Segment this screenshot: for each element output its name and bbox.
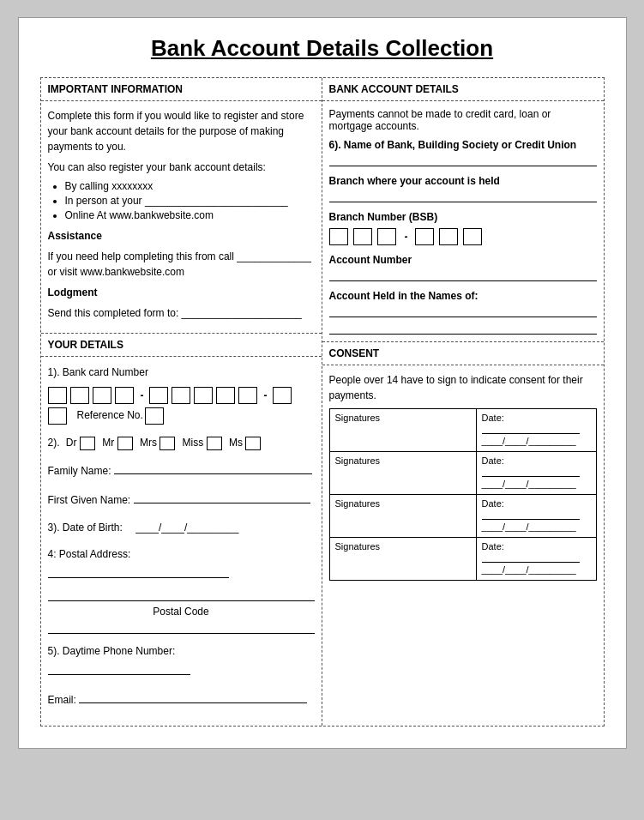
first-name-field[interactable] [134, 491, 310, 503]
sig-cell-4[interactable]: Signatures [329, 538, 476, 581]
bsb-box-6[interactable] [463, 228, 482, 245]
date-format-1: ____/____/_________ [482, 436, 591, 446]
bullet-3: Online At www.bankwebsite.com [65, 209, 315, 221]
family-name-row: Family Name: [48, 461, 315, 481]
dob-label: 3). Date of Birth: [48, 522, 123, 534]
important-text-1: Complete this form if you would like to … [48, 108, 315, 154]
account-held-field[interactable] [329, 305, 597, 317]
page-title: Bank Account Details Collection [40, 35, 605, 62]
card-box-5[interactable] [149, 387, 168, 404]
sig-label-3: Signatures [335, 498, 381, 509]
date-line-3 [482, 519, 580, 520]
date-cell-4: Date: ____/____/_________ [476, 538, 596, 581]
account-held-label: Account Held in the Names of: [329, 290, 597, 302]
sig-label-4: Signatures [335, 541, 381, 552]
bsb-box-1[interactable] [329, 228, 348, 245]
phone-label: 5). Daytime Phone Number: [48, 645, 176, 657]
postal-address-label: 4: Postal Address: [48, 548, 131, 560]
mr-box[interactable] [117, 437, 133, 450]
signature-table: Signatures Date: ____/____/_________ Sig… [329, 408, 597, 581]
postal-address-field[interactable] [48, 566, 229, 578]
bullet-1: By calling xxxxxxxx [65, 180, 315, 192]
sig-cell-2[interactable]: Signatures [329, 452, 476, 495]
mrs-box[interactable] [159, 437, 175, 450]
email-label: Email: [48, 694, 76, 706]
card-box-8[interactable] [216, 387, 235, 404]
bsb-label: Branch Number (BSB) [329, 211, 597, 223]
reference-box[interactable] [145, 407, 164, 425]
phone-field[interactable] [48, 663, 190, 675]
important-body: Complete this form if you would like to … [41, 101, 322, 333]
card-box-10[interactable] [273, 387, 292, 404]
miss-box[interactable] [207, 437, 222, 450]
card-box-4[interactable] [115, 387, 134, 404]
lodgment-heading: Lodgment [48, 285, 315, 300]
date-format-4: ____/____/_________ [482, 564, 591, 575]
postal-address-row: 4: Postal Address: Postal Code [48, 546, 315, 634]
signature-row-2: Signatures Date: ____/____/_________ [329, 452, 596, 495]
signature-row-4: Signatures Date: ____/____/_________ [329, 538, 596, 581]
title-prefix: 2). [48, 437, 60, 449]
card-box-3[interactable] [93, 387, 111, 404]
form-page: Bank Account Details Collection IMPORTAN… [18, 17, 627, 749]
email-field[interactable] [79, 691, 307, 703]
date-label-1: Date: [482, 413, 591, 423]
branch-label: Branch where your account is held [329, 175, 597, 187]
your-details-header: YOUR DETAILS [41, 333, 322, 357]
bullet-list: By calling xxxxxxxx In person at your __… [65, 180, 315, 221]
assistance-text: If you need help completing this from ca… [48, 249, 315, 280]
bank-account-body: Payments cannot be made to credit card, … [322, 101, 604, 341]
phone-row: 5). Daytime Phone Number: [48, 642, 315, 681]
miss-label: Miss [183, 437, 204, 449]
consent-header: CONSENT [322, 341, 604, 365]
email-row: Email: [48, 690, 315, 710]
first-name-row: First Given Name: [48, 490, 315, 510]
card-box-9[interactable] [238, 387, 257, 404]
card-box-6[interactable] [172, 387, 190, 404]
signature-row-1: Signatures Date: ____/____/_________ [329, 409, 596, 452]
date-format-3: ____/____/_________ [482, 522, 591, 532]
sig-cell-3[interactable]: Signatures [329, 495, 476, 538]
ms-box[interactable] [245, 437, 261, 450]
consent-body: People over 14 have to sign to indicate … [322, 365, 604, 584]
date-label-3: Date: [482, 498, 591, 509]
bank-name-field[interactable] [329, 154, 597, 166]
title-row: 2). Dr Mr Mrs Miss Ms [48, 434, 315, 453]
left-column: IMPORTANT INFORMATION Complete this form… [41, 78, 322, 726]
postal-address-line2[interactable] [48, 589, 315, 601]
date-line-2 [482, 476, 580, 477]
dob-field: ____/____/_________ [135, 522, 238, 534]
bank-card-label: 1). Bank card Number [48, 364, 315, 383]
date-line-4 [482, 562, 580, 563]
main-grid: IMPORTANT INFORMATION Complete this form… [40, 77, 605, 727]
card-box-7[interactable] [194, 387, 213, 404]
date-cell-3: Date: ____/____/_________ [476, 495, 596, 538]
bsb-box-2[interactable] [353, 228, 372, 245]
assistance-heading: Assistance [48, 228, 315, 244]
card-box-1[interactable] [48, 387, 67, 404]
postal-code-underline[interactable] [48, 622, 315, 634]
family-name-field[interactable] [114, 462, 312, 474]
bsb-box-4[interactable] [415, 228, 434, 245]
dob-row: 3). Date of Birth: ____/____/_________ [48, 519, 315, 538]
postal-code-label: Postal Code [153, 606, 208, 618]
bsb-box-5[interactable] [439, 228, 458, 245]
reference-label: Reference No. [77, 407, 143, 425]
sig-cell-1[interactable]: Signatures [329, 409, 476, 452]
consent-text: People over 14 have to sign to indicate … [329, 372, 597, 403]
bank-card-row: 1). Bank card Number - - [48, 364, 315, 425]
card-box-2[interactable] [70, 387, 89, 404]
branch-field[interactable] [329, 190, 597, 202]
account-number-label: Account Number [329, 254, 597, 266]
right-column: BANK ACCOUNT DETAILS Payments cannot be … [322, 78, 604, 726]
important-text-2: You can also register your bank account … [48, 160, 315, 175]
first-name-label: First Given Name: [48, 494, 131, 506]
account-held-field-2[interactable] [329, 323, 597, 335]
bullet-2: In person at your ______________________… [65, 195, 315, 207]
date-label-4: Date: [482, 541, 591, 552]
card-box-11[interactable] [48, 407, 67, 425]
date-line-1 [482, 433, 580, 434]
bsb-box-3[interactable] [377, 228, 396, 245]
dr-box[interactable] [80, 437, 95, 450]
account-number-field[interactable] [329, 269, 597, 281]
